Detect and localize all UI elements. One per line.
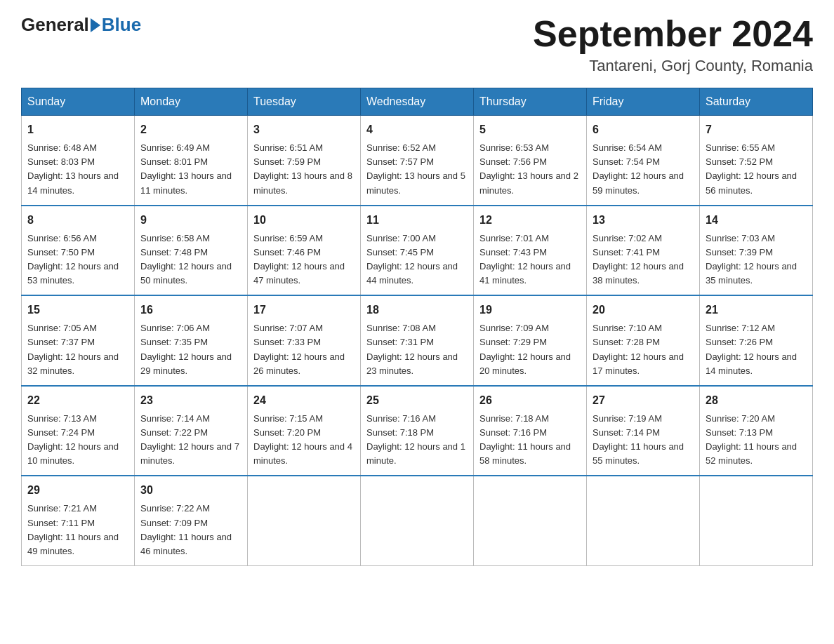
day-number: 4 [366, 121, 468, 138]
table-row: 16 Sunrise: 7:06 AMSunset: 7:35 PMDaylig… [135, 295, 248, 386]
location-title: Tantareni, Gorj County, Romania [533, 57, 813, 75]
calendar-table: Sunday Monday Tuesday Wednesday Thursday… [21, 88, 813, 566]
table-row: 25 Sunrise: 7:16 AMSunset: 7:18 PMDaylig… [361, 386, 474, 476]
table-row: 15 Sunrise: 7:05 AMSunset: 7:37 PMDaylig… [22, 295, 135, 386]
day-info: Sunrise: 7:15 AMSunset: 7:20 PMDaylight:… [253, 413, 352, 466]
col-tuesday: Tuesday [248, 88, 361, 116]
day-number: 12 [479, 212, 581, 229]
day-number: 20 [593, 302, 694, 318]
table-row: 11 Sunrise: 7:00 AMSunset: 7:45 PMDaylig… [361, 206, 474, 296]
day-info: Sunrise: 7:21 AMSunset: 7:11 PMDaylight:… [27, 503, 119, 556]
table-row [248, 476, 361, 565]
day-number: 11 [366, 212, 468, 229]
day-number: 18 [366, 302, 468, 318]
day-number: 22 [27, 392, 128, 409]
table-row: 18 Sunrise: 7:08 AMSunset: 7:31 PMDaylig… [361, 295, 474, 386]
table-row: 8 Sunrise: 6:56 AMSunset: 7:50 PMDayligh… [22, 206, 135, 296]
day-info: Sunrise: 7:03 AMSunset: 7:39 PMDaylight:… [706, 233, 797, 286]
day-info: Sunrise: 7:18 AMSunset: 7:16 PMDaylight:… [479, 413, 571, 466]
day-number: 10 [253, 212, 355, 229]
day-number: 7 [706, 121, 807, 138]
day-number: 14 [706, 212, 807, 229]
logo: General Blue [21, 14, 141, 36]
day-number: 9 [140, 212, 241, 229]
day-number: 28 [706, 392, 807, 409]
day-number: 27 [593, 392, 694, 409]
col-sunday: Sunday [22, 88, 135, 116]
day-info: Sunrise: 7:14 AMSunset: 7:22 PMDaylight:… [140, 413, 239, 466]
day-info: Sunrise: 6:58 AMSunset: 7:48 PMDaylight:… [140, 233, 232, 286]
day-info: Sunrise: 6:54 AMSunset: 7:54 PMDaylight:… [593, 142, 684, 195]
day-number: 1 [27, 121, 128, 138]
day-info: Sunrise: 6:52 AMSunset: 7:57 PMDaylight:… [366, 142, 465, 195]
day-info: Sunrise: 7:05 AMSunset: 7:37 PMDaylight:… [27, 323, 119, 375]
table-row: 20 Sunrise: 7:10 AMSunset: 7:28 PMDaylig… [587, 295, 700, 386]
day-info: Sunrise: 7:13 AMSunset: 7:24 PMDaylight:… [27, 413, 119, 466]
table-row: 14 Sunrise: 7:03 AMSunset: 7:39 PMDaylig… [700, 206, 813, 296]
title-area: September 2024 Tantareni, Gorj County, R… [533, 14, 813, 75]
day-info: Sunrise: 7:19 AMSunset: 7:14 PMDaylight:… [593, 413, 684, 466]
col-thursday: Thursday [474, 88, 587, 116]
day-number: 13 [593, 212, 694, 229]
table-row: 17 Sunrise: 7:07 AMSunset: 7:33 PMDaylig… [248, 295, 361, 386]
day-number: 23 [140, 392, 241, 409]
table-row: 26 Sunrise: 7:18 AMSunset: 7:16 PMDaylig… [474, 386, 587, 476]
table-row [700, 476, 813, 565]
col-monday: Monday [135, 88, 248, 116]
day-info: Sunrise: 6:48 AMSunset: 8:03 PMDaylight:… [27, 142, 119, 195]
table-row: 1 Sunrise: 6:48 AMSunset: 8:03 PMDayligh… [22, 116, 135, 206]
col-friday: Friday [587, 88, 700, 116]
day-number: 24 [253, 392, 355, 409]
day-number: 21 [706, 302, 807, 318]
day-info: Sunrise: 7:20 AMSunset: 7:13 PMDaylight:… [706, 413, 797, 466]
day-number: 30 [140, 482, 241, 499]
table-row [361, 476, 474, 565]
day-info: Sunrise: 7:12 AMSunset: 7:26 PMDaylight:… [706, 323, 797, 375]
table-row: 28 Sunrise: 7:20 AMSunset: 7:13 PMDaylig… [700, 386, 813, 476]
col-wednesday: Wednesday [361, 88, 474, 116]
day-number: 8 [27, 212, 128, 229]
day-info: Sunrise: 6:56 AMSunset: 7:50 PMDaylight:… [27, 233, 119, 286]
day-number: 16 [140, 302, 241, 318]
day-info: Sunrise: 7:00 AMSunset: 7:45 PMDaylight:… [366, 233, 458, 286]
day-info: Sunrise: 7:22 AMSunset: 7:09 PMDaylight:… [140, 503, 232, 556]
table-row: 5 Sunrise: 6:53 AMSunset: 7:56 PMDayligh… [474, 116, 587, 206]
table-row: 23 Sunrise: 7:14 AMSunset: 7:22 PMDaylig… [135, 386, 248, 476]
day-info: Sunrise: 6:55 AMSunset: 7:52 PMDaylight:… [706, 142, 797, 195]
table-row: 19 Sunrise: 7:09 AMSunset: 7:29 PMDaylig… [474, 295, 587, 386]
week-row-1: 1 Sunrise: 6:48 AMSunset: 8:03 PMDayligh… [22, 116, 813, 206]
table-row [587, 476, 700, 565]
table-row: 6 Sunrise: 6:54 AMSunset: 7:54 PMDayligh… [587, 116, 700, 206]
day-info: Sunrise: 6:51 AMSunset: 7:59 PMDaylight:… [253, 142, 352, 195]
day-info: Sunrise: 7:16 AMSunset: 7:18 PMDaylight:… [366, 413, 465, 466]
table-row: 9 Sunrise: 6:58 AMSunset: 7:48 PMDayligh… [135, 206, 248, 296]
header: General Blue September 2024 Tantareni, G… [21, 14, 813, 75]
table-row: 4 Sunrise: 6:52 AMSunset: 7:57 PMDayligh… [361, 116, 474, 206]
day-number: 15 [27, 302, 128, 318]
day-number: 17 [253, 302, 355, 318]
day-info: Sunrise: 7:08 AMSunset: 7:31 PMDaylight:… [366, 323, 458, 375]
header-row: Sunday Monday Tuesday Wednesday Thursday… [22, 88, 813, 116]
day-info: Sunrise: 6:49 AMSunset: 8:01 PMDaylight:… [140, 142, 232, 195]
table-row: 29 Sunrise: 7:21 AMSunset: 7:11 PMDaylig… [22, 476, 135, 565]
day-number: 25 [366, 392, 468, 409]
logo-arrow-icon [91, 18, 100, 32]
day-number: 3 [253, 121, 355, 138]
day-info: Sunrise: 7:10 AMSunset: 7:28 PMDaylight:… [593, 323, 684, 375]
table-row: 24 Sunrise: 7:15 AMSunset: 7:20 PMDaylig… [248, 386, 361, 476]
table-row: 13 Sunrise: 7:02 AMSunset: 7:41 PMDaylig… [587, 206, 700, 296]
day-number: 19 [479, 302, 581, 318]
col-saturday: Saturday [700, 88, 813, 116]
logo-blue-text: Blue [102, 14, 141, 36]
week-row-3: 15 Sunrise: 7:05 AMSunset: 7:37 PMDaylig… [22, 295, 813, 386]
table-row: 12 Sunrise: 7:01 AMSunset: 7:43 PMDaylig… [474, 206, 587, 296]
table-row: 10 Sunrise: 6:59 AMSunset: 7:46 PMDaylig… [248, 206, 361, 296]
day-number: 2 [140, 121, 241, 138]
day-info: Sunrise: 7:06 AMSunset: 7:35 PMDaylight:… [140, 323, 232, 375]
day-info: Sunrise: 7:09 AMSunset: 7:29 PMDaylight:… [479, 323, 571, 375]
table-row: 30 Sunrise: 7:22 AMSunset: 7:09 PMDaylig… [135, 476, 248, 565]
day-number: 6 [593, 121, 694, 138]
day-info: Sunrise: 7:02 AMSunset: 7:41 PMDaylight:… [593, 233, 684, 286]
day-info: Sunrise: 6:53 AMSunset: 7:56 PMDaylight:… [479, 142, 578, 195]
table-row: 21 Sunrise: 7:12 AMSunset: 7:26 PMDaylig… [700, 295, 813, 386]
